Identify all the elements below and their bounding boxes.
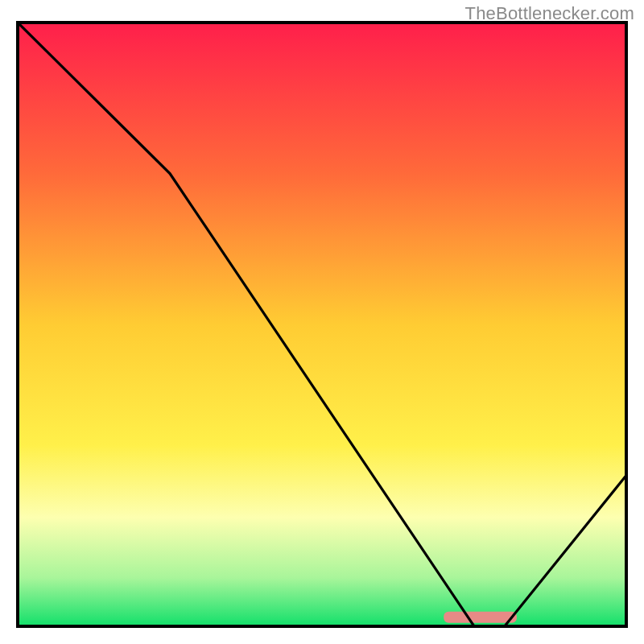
bottleneck-chart: [0, 0, 644, 644]
optimal-range-marker: [444, 612, 517, 623]
chart-container: TheBottlenecker.com: [0, 0, 644, 644]
plot-area: [18, 23, 626, 626]
